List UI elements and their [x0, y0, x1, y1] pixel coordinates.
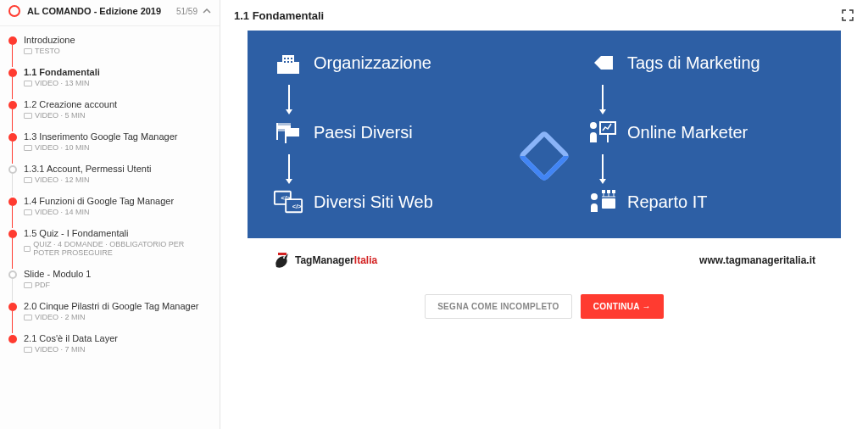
- lesson-meta-text: VIDEO · 12 MIN: [35, 176, 90, 184]
- gtm-logo-icon: [518, 129, 570, 181]
- lesson-meta-text: QUIZ · 4 DOMANDE · OBBLIGATORIO PER POTE…: [33, 240, 211, 257]
- lesson-meta: VIDEO · 7 MIN: [24, 345, 211, 354]
- svg-rect-23: [602, 198, 615, 209]
- lesson-meta: VIDEO · 12 MIN: [24, 176, 211, 184]
- lesson-item[interactable]: 1.1 FondamentaliVIDEO · 13 MIN: [0, 62, 220, 92]
- svg-rect-3: [284, 58, 286, 59]
- svg-rect-7: [287, 61, 289, 63]
- lesson-item[interactable]: Slide - Modulo 1PDF: [0, 264, 220, 294]
- lesson-title: 1.4 Funzioni di Google Tag Manager: [24, 196, 211, 206]
- type-icon: [24, 48, 32, 54]
- svg-point-22: [591, 193, 598, 200]
- lesson-item[interactable]: 1.2 Creazione accountVIDEO · 5 MIN: [0, 94, 220, 125]
- status-done-icon: [8, 133, 17, 142]
- lesson-meta: VIDEO · 14 MIN: [24, 208, 211, 216]
- lesson-title: 2.0 Cinque Pilastri di Google Tag Manage…: [24, 301, 211, 311]
- lesson-title: 1.3.1 Account, Permessi Utenti: [24, 164, 211, 174]
- it-dept-icon: [587, 187, 617, 217]
- building-icon: [273, 47, 303, 78]
- lesson-item[interactable]: 2.0 Cinque Pilastri di Google Tag Manage…: [0, 296, 220, 326]
- lesson-title: Slide - Modulo 1: [24, 269, 211, 279]
- type-icon: [24, 282, 32, 288]
- sidebar-header[interactable]: AL COMANDO - Edizione 2019 51/59: [0, 0, 220, 26]
- type-icon: [24, 347, 32, 353]
- arrow-down-icon: [602, 154, 604, 180]
- lesson-meta-text: VIDEO · 14 MIN: [35, 208, 90, 216]
- lesson-title: 1.5 Quiz - I Fondamentali: [24, 228, 211, 238]
- bird-icon: [273, 250, 292, 270]
- lesson-title: 1.2 Creazione account: [24, 99, 211, 109]
- arrow-down-icon: [288, 154, 290, 180]
- arrow-down-icon: [288, 85, 290, 110]
- node-organizzazione: Organizzazione: [273, 47, 502, 78]
- slide-container: Organizzazione Paesi Diversi <: [220, 31, 868, 429]
- mark-incomplete-button[interactable]: SEGNA COME INCOMPLETO: [425, 294, 572, 319]
- svg-rect-5: [291, 58, 292, 59]
- lesson-list: IntroduzioneTESTO1.1 FondamentaliVIDEO ·…: [0, 26, 220, 364]
- lesson-title: 1.3 Inserimento Google Tag Manager: [24, 131, 211, 142]
- svg-rect-25: [607, 190, 610, 193]
- lesson-item[interactable]: 2.1 Cos'è il Data LayerVIDEO · 7 MIN: [0, 328, 220, 359]
- expand-icon[interactable]: [841, 8, 854, 22]
- tag-icon: [587, 47, 617, 78]
- svg-text:</>: </>: [281, 194, 291, 202]
- continue-button[interactable]: CONTINUA →: [581, 294, 664, 319]
- marketer-icon: [587, 117, 617, 148]
- slide-right-column: Tags di Marketing Online Marketer: [587, 47, 815, 217]
- action-bar: SEGNA COME INCOMPLETO CONTINUA →: [248, 282, 841, 326]
- lesson-meta-text: VIDEO · 5 MIN: [35, 111, 86, 120]
- svg-rect-6: [284, 61, 286, 63]
- lesson-meta: QUIZ · 4 DOMANDE · OBBLIGATORIO PER POTE…: [24, 240, 211, 257]
- svg-point-32: [283, 257, 285, 259]
- status-done-icon: [8, 335, 17, 343]
- status-done-icon: [8, 36, 17, 45]
- svg-rect-10: [277, 123, 291, 125]
- node-label: Reparto IT: [627, 192, 707, 212]
- brand-logo: TagManagerItalia: [273, 250, 377, 270]
- lesson-meta: VIDEO · 10 MIN: [24, 143, 211, 152]
- app-root: AL COMANDO - Edizione 2019 51/59 Introdu…: [0, 0, 868, 429]
- lesson-title: 1.1 Fondamentali: [24, 67, 211, 77]
- lesson-item[interactable]: 1.3 Inserimento Google Tag ManagerVIDEO …: [0, 126, 220, 157]
- course-title: AL COMANDO - Edizione 2019: [27, 6, 171, 16]
- websites-icon: </></>: [273, 187, 303, 217]
- type-icon: [24, 81, 32, 86]
- status-done-icon: [8, 230, 17, 238]
- node-it: Reparto IT: [587, 187, 815, 217]
- lesson-item[interactable]: IntroduzioneTESTO: [0, 30, 220, 60]
- type-icon: [24, 177, 32, 183]
- lesson-item[interactable]: 1.5 Quiz - I FondamentaliQUIZ · 4 DOMAND…: [0, 223, 220, 262]
- node-label: Paesi Diversi: [314, 123, 413, 142]
- node-label: Online Marketer: [627, 123, 748, 142]
- svg-point-19: [590, 122, 597, 129]
- slide-body: Organizzazione Paesi Diversi <: [248, 31, 841, 238]
- svg-rect-24: [602, 190, 605, 193]
- svg-rect-26: [612, 190, 615, 193]
- type-icon: [24, 209, 32, 215]
- lesson-item[interactable]: 1.4 Funzioni di Google Tag ManagerVIDEO …: [0, 191, 220, 221]
- lesson-meta-text: VIDEO · 10 MIN: [35, 143, 90, 152]
- lesson-meta: VIDEO · 13 MIN: [24, 79, 211, 87]
- lesson-item[interactable]: 1.3.1 Account, Permessi UtentiVIDEO · 12…: [0, 159, 220, 189]
- lesson-meta-text: PDF: [35, 281, 50, 289]
- svg-rect-4: [287, 58, 289, 59]
- lesson-meta-text: VIDEO · 7 MIN: [35, 345, 86, 354]
- node-marketer: Online Marketer: [587, 117, 815, 148]
- lesson-meta: TESTO: [24, 47, 211, 55]
- node-tags: Tags di Marketing: [587, 47, 815, 78]
- type-icon: [24, 113, 32, 119]
- lesson-meta-text: VIDEO · 13 MIN: [35, 79, 90, 87]
- main-header: 1.1 Fondamentali: [220, 0, 868, 31]
- lesson-title: 2.1 Cos'è il Data Layer: [24, 333, 211, 343]
- type-icon: [24, 315, 32, 320]
- svg-rect-1: [277, 62, 284, 74]
- lesson-title: 1.1 Fondamentali: [234, 9, 324, 22]
- lesson-title: Introduzione: [24, 35, 211, 45]
- lesson-meta-text: TESTO: [35, 47, 60, 55]
- progress-count: 51/59: [176, 7, 198, 16]
- type-icon: [24, 246, 31, 252]
- node-paesi: Paesi Diversi: [273, 117, 502, 148]
- brand-text: TagManagerItalia: [295, 254, 377, 266]
- svg-rect-31: [278, 253, 287, 255]
- lesson-meta: VIDEO · 5 MIN: [24, 111, 211, 120]
